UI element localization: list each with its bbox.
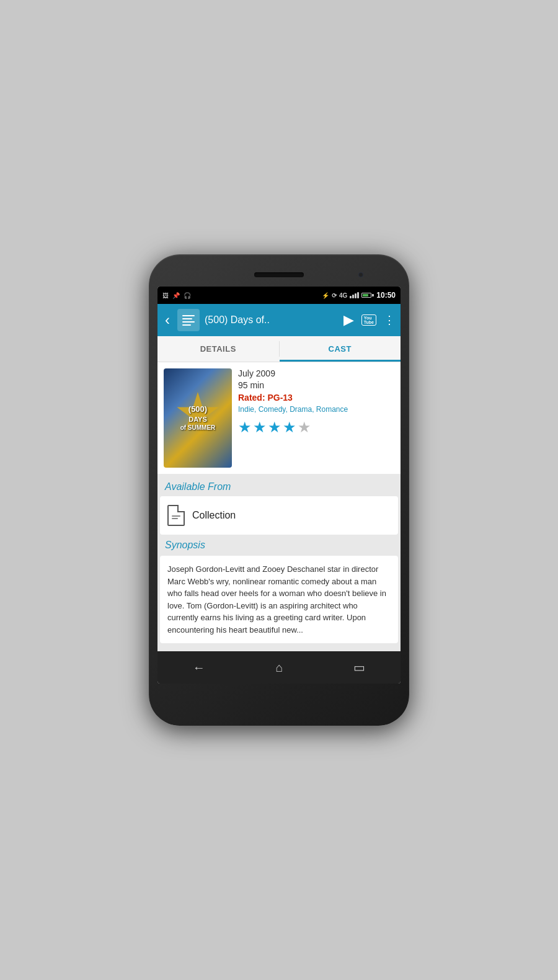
list-icon-container[interactable] bbox=[177, 309, 200, 331]
star-rating: ★ ★ ★ ★ ★ bbox=[238, 419, 394, 436]
movie-info-section: (500) DAYS of SUMMER July 2009 95 min Ra… bbox=[157, 362, 401, 474]
star-5[interactable]: ★ bbox=[298, 419, 311, 436]
signal-label: 4G bbox=[339, 292, 347, 299]
battery-icon bbox=[361, 293, 374, 298]
star-2[interactable]: ★ bbox=[253, 419, 267, 436]
list-icon bbox=[182, 315, 195, 326]
phone-device: 🖼 📌 🎧 ⚡ ⟳ 4G bbox=[149, 254, 409, 726]
star-4[interactable]: ★ bbox=[283, 419, 296, 436]
bluetooth-icon: ⚡ bbox=[322, 292, 329, 299]
more-button[interactable]: ⋮ bbox=[384, 313, 396, 327]
collection-item[interactable]: Collection bbox=[160, 496, 398, 535]
back-nav-button[interactable]: ← bbox=[188, 656, 210, 680]
headphones-icon: 🎧 bbox=[184, 292, 191, 299]
phone-top bbox=[157, 265, 401, 284]
star-3[interactable]: ★ bbox=[268, 419, 281, 436]
youtube-button[interactable]: You Tube bbox=[361, 314, 376, 326]
play-button[interactable]: ▶ bbox=[343, 312, 354, 328]
home-nav-button[interactable]: ⌂ bbox=[270, 656, 288, 680]
movie-details: July 2009 95 min Rated: PG-13 Indie, Com… bbox=[238, 368, 394, 468]
status-bar: 🖼 📌 🎧 ⚡ ⟳ 4G bbox=[157, 287, 401, 304]
movie-duration: 95 min bbox=[238, 380, 394, 390]
content-area[interactable]: (500) DAYS of SUMMER July 2009 95 min Ra… bbox=[157, 362, 401, 651]
tabs-container: DETAILS CAST bbox=[157, 336, 401, 362]
recents-nav-button[interactable]: ▭ bbox=[348, 655, 370, 680]
synopsis-section: Synopsis bbox=[157, 535, 401, 553]
available-from-header: Available From bbox=[157, 475, 401, 496]
collection-label: Collection bbox=[192, 510, 236, 521]
phone-screen: 🖼 📌 🎧 ⚡ ⟳ 4G bbox=[157, 287, 401, 684]
speaker-grille bbox=[254, 272, 304, 277]
status-time: 10:50 bbox=[376, 291, 396, 300]
pin-icon: 📌 bbox=[172, 292, 180, 299]
photo-icon: 🖼 bbox=[162, 292, 169, 299]
tab-cast[interactable]: CAST bbox=[280, 336, 401, 362]
signal-bars bbox=[350, 292, 359, 298]
app-bar-title: (500) Days of.. bbox=[205, 314, 339, 326]
release-date: July 2009 bbox=[238, 368, 394, 378]
star-1[interactable]: ★ bbox=[238, 419, 252, 436]
front-camera bbox=[358, 272, 363, 277]
synopsis-text: Joseph Gordon-Levitt and Zooey Deschanel… bbox=[160, 556, 398, 643]
back-button[interactable]: ‹ bbox=[162, 309, 172, 331]
poster-title-text: (500) DAYS of SUMMER bbox=[180, 404, 216, 432]
status-left-icons: 🖼 📌 🎧 bbox=[162, 292, 191, 299]
rotate-icon: ⟳ bbox=[332, 292, 337, 299]
bottom-navigation: ← ⌂ ▭ bbox=[157, 651, 401, 684]
status-right-icons: ⚡ ⟳ 4G 10:50 bbox=[322, 291, 396, 300]
movie-poster: (500) DAYS of SUMMER bbox=[164, 368, 232, 468]
movie-rating: Rated: PG-13 bbox=[238, 393, 394, 403]
synopsis-title: Synopsis bbox=[165, 540, 393, 551]
movie-genres: Indie, Comedy, Drama, Romance bbox=[238, 405, 394, 414]
document-icon bbox=[167, 505, 185, 526]
app-bar: ‹ (500) Days of.. ▶ You Tube ⋮ bbox=[157, 304, 401, 336]
available-from-title: Available From bbox=[165, 481, 393, 492]
tab-details[interactable]: DETAILS bbox=[157, 336, 279, 362]
app-bar-actions: ▶ You Tube ⋮ bbox=[343, 312, 396, 328]
